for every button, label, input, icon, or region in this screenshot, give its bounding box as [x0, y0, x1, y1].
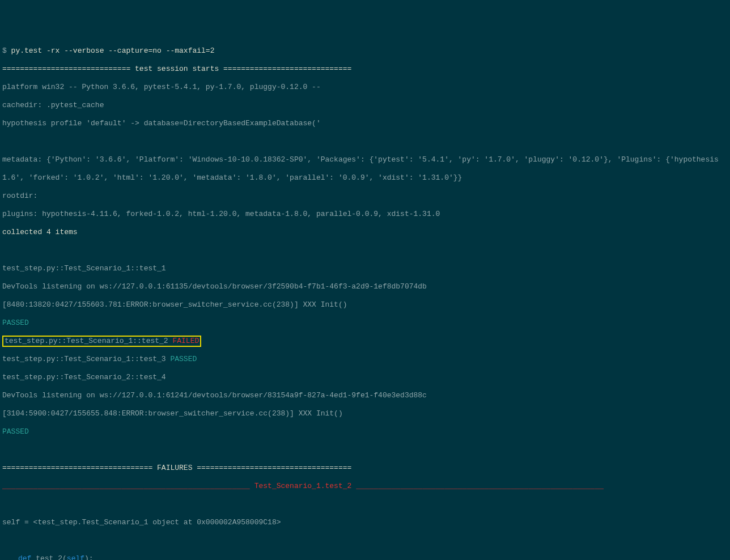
- cachedir-line: cachedir: .pytest_cache: [2, 101, 728, 110]
- code-def: def test_2(self):: [2, 554, 728, 560]
- rootdir-line: rootdir:: [2, 192, 728, 201]
- terminal-output[interactable]: $ py.test -rx --verbose --capture=no --m…: [0, 36, 730, 560]
- error-log-2: [3104:5900:0427/155655.848:ERROR:browser…: [2, 409, 728, 418]
- plugins-line: plugins: hypothesis-4.11.6, forked-1.0.2…: [2, 210, 728, 219]
- command-line: $ py.test -rx --verbose --capture=no --m…: [2, 46, 728, 56]
- hypothesis-line: hypothesis profile 'default' -> database…: [2, 119, 728, 128]
- test-4-status: PASSED: [2, 427, 728, 436]
- platform-line: platform win32 -- Python 3.6.6, pytest-5…: [2, 83, 728, 92]
- test-3-row: test_step.py::Test_Scenario_1::test_3 PA…: [2, 355, 728, 364]
- test-2-status: FAILED: [172, 337, 199, 345]
- test-1-status: PASSED: [2, 319, 728, 328]
- self-repr: self = <test_step.Test_Scenario_1 object…: [2, 518, 728, 527]
- devtools-1: DevTools listening on ws://127.0.0.1:611…: [2, 282, 728, 291]
- devtools-2: DevTools listening on ws://127.0.0.1:612…: [2, 391, 728, 400]
- test-1-name: test_step.py::Test_Scenario_1::test_1: [2, 264, 728, 273]
- test-3-status: PASSED: [170, 355, 197, 363]
- session-header: ============================= test sessi…: [2, 65, 728, 74]
- test-3-name: test_step.py::Test_Scenario_1::test_3: [2, 355, 170, 363]
- error-log-1: [8480:13820:0427/155603.781:ERROR:browse…: [2, 300, 728, 309]
- command-text: py.test -rx --verbose --capture=no --max…: [11, 46, 215, 55]
- failure-title-line: ________________________________________…: [2, 482, 728, 491]
- collected-line: collected 4 items: [2, 228, 728, 237]
- highlight-failed-test: test_step.py::Test_Scenario_1::test_2 FA…: [2, 336, 201, 347]
- test-4-name: test_step.py::Test_Scenario_2::test_4: [2, 373, 728, 382]
- failures-header: ================================== FAILU…: [2, 464, 728, 473]
- metadata-line-1: metadata: {'Python': '3.6.6', 'Platform'…: [2, 155, 728, 164]
- test-2-row: test_step.py::Test_Scenario_1::test_2 FA…: [2, 337, 728, 346]
- prompt-symbol: $: [2, 46, 11, 55]
- test-2-name: test_step.py::Test_Scenario_1::test_2: [5, 337, 172, 345]
- metadata-line-2: 1.6', 'forked': '1.0.2', 'html': '1.20.0…: [2, 173, 728, 183]
